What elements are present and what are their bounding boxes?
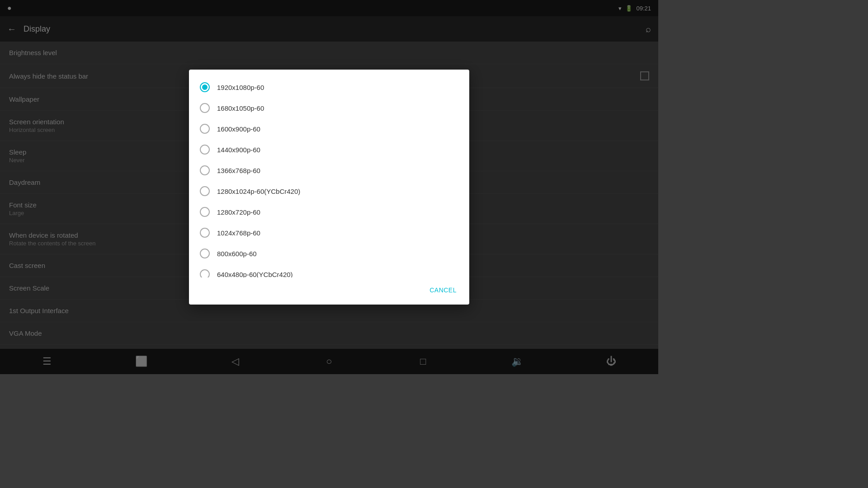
resolution-option-1280x1024p-60-ycbcr420[interactable]: 1280x1024p-60(YCbCr420) bbox=[189, 181, 469, 202]
resolution-option-640x480p-60-ycbcr420[interactable]: 640x480p-60(YCbCr420) bbox=[189, 264, 469, 277]
radio-1280x720p-60[interactable] bbox=[200, 207, 210, 217]
dialog-options-list: 1920x1080p-601680x1050p-601600x900p-6014… bbox=[189, 70, 469, 277]
radio-1680x1050p-60[interactable] bbox=[200, 103, 210, 113]
radio-1024x768p-60[interactable] bbox=[200, 228, 210, 238]
resolution-dialog: 1920x1080p-601680x1050p-601600x900p-6014… bbox=[189, 70, 469, 305]
radio-1440x900p-60[interactable] bbox=[200, 145, 210, 155]
option-label-640x480p-60-ycbcr420: 640x480p-60(YCbCr420) bbox=[217, 271, 293, 278]
radio-800x600p-60[interactable] bbox=[200, 249, 210, 258]
resolution-option-1280x720p-60[interactable]: 1280x720p-60 bbox=[189, 202, 469, 222]
radio-640x480p-60-ycbcr420[interactable] bbox=[200, 269, 210, 277]
option-label-1024x768p-60: 1024x768p-60 bbox=[217, 229, 260, 237]
radio-1920x1080p-60[interactable] bbox=[200, 82, 210, 92]
option-label-1280x720p-60: 1280x720p-60 bbox=[217, 208, 260, 216]
radio-1600x900p-60[interactable] bbox=[200, 124, 210, 134]
cancel-button[interactable]: CANCEL bbox=[424, 283, 462, 297]
option-label-1920x1080p-60: 1920x1080p-60 bbox=[217, 84, 264, 91]
resolution-option-1920x1080p-60[interactable]: 1920x1080p-60 bbox=[189, 77, 469, 98]
resolution-option-1680x1050p-60[interactable]: 1680x1050p-60 bbox=[189, 98, 469, 118]
resolution-option-800x600p-60[interactable]: 800x600p-60 bbox=[189, 243, 469, 264]
option-label-1366x768p-60: 1366x768p-60 bbox=[217, 167, 260, 174]
dialog-actions: CANCEL bbox=[189, 277, 469, 305]
resolution-option-1024x768p-60[interactable]: 1024x768p-60 bbox=[189, 222, 469, 243]
option-label-1440x900p-60: 1440x900p-60 bbox=[217, 146, 260, 154]
resolution-option-1440x900p-60[interactable]: 1440x900p-60 bbox=[189, 139, 469, 160]
option-label-800x600p-60: 800x600p-60 bbox=[217, 250, 257, 258]
option-label-1680x1050p-60: 1680x1050p-60 bbox=[217, 104, 264, 112]
option-label-1280x1024p-60-ycbcr420: 1280x1024p-60(YCbCr420) bbox=[217, 188, 300, 195]
radio-1366x768p-60[interactable] bbox=[200, 165, 210, 175]
resolution-option-1600x900p-60[interactable]: 1600x900p-60 bbox=[189, 118, 469, 139]
option-label-1600x900p-60: 1600x900p-60 bbox=[217, 125, 260, 133]
radio-1280x1024p-60-ycbcr420[interactable] bbox=[200, 186, 210, 196]
dialog-overlay: 1920x1080p-601680x1050p-601600x900p-6014… bbox=[0, 0, 658, 374]
resolution-option-1366x768p-60[interactable]: 1366x768p-60 bbox=[189, 160, 469, 181]
